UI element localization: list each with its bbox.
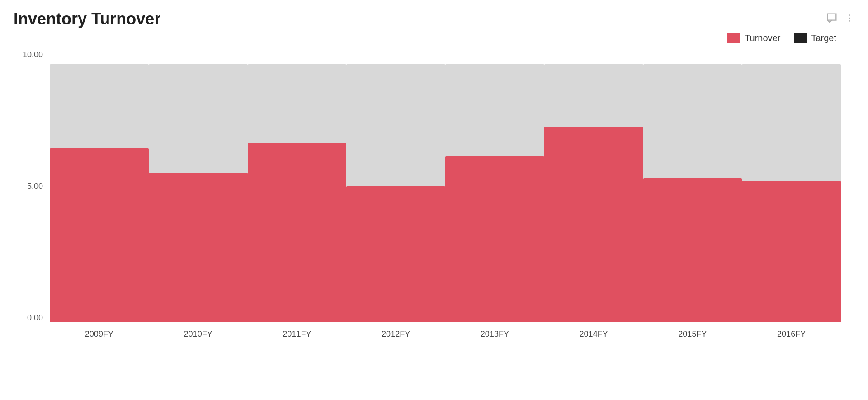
- bar-fg-2012FY: [346, 186, 445, 322]
- svg-point-1: [849, 18, 850, 19]
- bar-label-2012FY: 2012FY: [346, 329, 445, 339]
- more-icon[interactable]: [844, 13, 854, 26]
- turnover-swatch: [727, 33, 740, 43]
- y-label-0: 0.00: [27, 314, 43, 322]
- bar-group-2013FY: 2013FY: [445, 51, 544, 322]
- widget-header: Inventory Turnover: [14, 9, 854, 28]
- bar-group-2014FY: 2014FY: [544, 51, 643, 322]
- bar-group-2009FY: 2009FY: [50, 51, 149, 322]
- bar-group-2015FY: 2015FY: [643, 51, 742, 322]
- bar-fg-2011FY: [248, 143, 347, 322]
- y-label-10: 10.00: [23, 51, 43, 59]
- legend-item-turnover: Turnover: [727, 33, 780, 43]
- legend-turnover-label: Turnover: [745, 33, 780, 43]
- chart-area: 10.00 5.00 0.00 2009FY2010FY2011FY2012FY…: [14, 51, 854, 344]
- bar-group-2016FY: 2016FY: [742, 51, 841, 322]
- bar-label-2009FY: 2009FY: [50, 329, 149, 339]
- svg-point-2: [849, 20, 850, 22]
- svg-point-0: [849, 14, 850, 16]
- bar-fg-2013FY: [445, 156, 544, 322]
- grid-line-0: [50, 322, 841, 322]
- bar-label-2016FY: 2016FY: [742, 329, 841, 339]
- bar-fg-2009FY: [50, 148, 149, 322]
- legend-item-target: Target: [794, 33, 836, 43]
- bar-fg-2016FY: [742, 181, 841, 322]
- bar-label-2013FY: 2013FY: [445, 329, 544, 339]
- bar-group-2012FY: 2012FY: [346, 51, 445, 322]
- widget-actions: [826, 12, 854, 27]
- legend-target-label: Target: [811, 33, 836, 43]
- bars-container: 2009FY2010FY2011FY2012FY2013FY2014FY2015…: [50, 51, 841, 322]
- inventory-turnover-widget: Inventory Turnover Turnover: [0, 0, 868, 400]
- bar-label-2014FY: 2014FY: [544, 329, 643, 339]
- bar-label-2010FY: 2010FY: [149, 329, 248, 339]
- bar-label-2011FY: 2011FY: [248, 329, 347, 339]
- bar-fg-2015FY: [643, 178, 742, 322]
- widget-title: Inventory Turnover: [14, 9, 160, 28]
- bar-group-2010FY: 2010FY: [149, 51, 248, 322]
- target-swatch: [794, 33, 807, 43]
- y-label-5: 5.00: [27, 182, 43, 190]
- bar-group-2011FY: 2011FY: [248, 51, 347, 322]
- bar-fg-2014FY: [544, 127, 643, 322]
- bar-fg-2010FY: [149, 173, 248, 322]
- y-axis: 10.00 5.00 0.00: [14, 51, 47, 322]
- bar-label-2015FY: 2015FY: [643, 329, 742, 339]
- comment-icon[interactable]: [826, 12, 838, 27]
- chart-legend: Turnover Target: [14, 33, 854, 43]
